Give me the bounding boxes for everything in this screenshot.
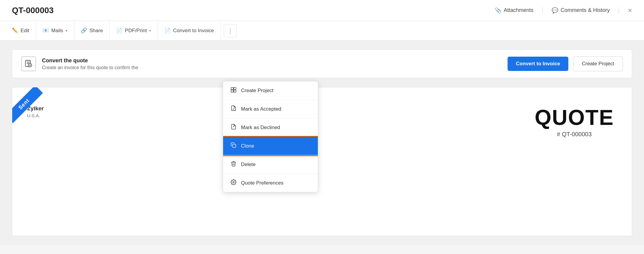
mails-label: Mails [51, 28, 63, 34]
toolbar: ✏️ Edit 📧 Mails ▾ 🔗 Share 📄 PDF/Print ▾ … [0, 21, 644, 41]
banner-convert-invoice-button[interactable]: Convert to Invoice [508, 57, 568, 71]
pdf-caret-icon: ▾ [149, 29, 151, 33]
top-header: QT-000003 📎 Attachments 💬 Comments & His… [0, 0, 644, 21]
quote-heading: QUOTE [535, 105, 614, 130]
banner-text: Convert the quote Create an invoice for … [42, 58, 138, 70]
company-country: U.S.A. [27, 113, 617, 118]
banner-create-project-button[interactable]: Create Project [573, 56, 623, 71]
share-label: Share [89, 28, 103, 34]
company-name: Zylker [27, 105, 617, 112]
dropdown-item-mark-accepted[interactable]: Mark as Accepted [223, 100, 318, 118]
quote-title-area: QUOTE # QT-000003 [535, 105, 614, 138]
quote-number: # QT-000003 [535, 131, 614, 138]
convert-invoice-label: Convert to Invoice [173, 28, 214, 34]
convert-icon: 📄 [164, 27, 171, 34]
mark-declined-icon [230, 124, 237, 131]
more-dots-icon: ⋮ [227, 27, 233, 34]
mails-icon: 📧 [43, 27, 49, 34]
share-icon: 🔗 [81, 27, 87, 34]
delete-label: Delete [241, 162, 256, 168]
convert-banner: Convert the quote Create an invoice for … [12, 49, 632, 78]
clone-icon [230, 142, 237, 150]
banner-left: Convert the quote Create an invoice for … [21, 56, 138, 71]
pdf-print-label: PDF/Print [125, 28, 147, 34]
banner-subtitle: Create an invoice for this quote to conf… [42, 65, 138, 70]
header-actions: 📎 Attachments 💬 Comments & History × [495, 7, 632, 14]
page-title: QT-000003 [12, 6, 54, 15]
edit-button[interactable]: ✏️ Edit [9, 21, 36, 40]
quote-preferences-icon [230, 179, 237, 187]
svg-point-7 [233, 182, 234, 183]
delete-icon [230, 161, 237, 168]
quote-preferences-label: Quote Preferences [241, 180, 284, 186]
svg-rect-3 [234, 88, 236, 90]
mark-accepted-label: Mark as Accepted [241, 106, 281, 112]
svg-rect-5 [234, 90, 236, 92]
main-content: Convert the quote Create an invoice for … [0, 41, 644, 245]
close-icon: × [628, 6, 632, 14]
quote-preview: Sent Zylker U.S.A. QUOTE # QT-000003 [12, 87, 632, 236]
clone-label: Clone [241, 143, 254, 149]
attachments-button[interactable]: 📎 Attachments [495, 7, 533, 14]
convert-invoice-button[interactable]: 📄 Convert to Invoice [158, 21, 221, 40]
comments-icon: 💬 [552, 7, 558, 14]
pdf-icon: 📄 [116, 27, 122, 34]
banner-doc-icon [21, 56, 36, 71]
mails-button[interactable]: 📧 Mails ▾ [36, 21, 74, 40]
dropdown-item-clone[interactable]: Clone [223, 137, 318, 155]
more-options-button[interactable]: ⋮ [224, 24, 237, 37]
dropdown-item-create-project[interactable]: Create Project [223, 81, 318, 100]
ribbon-container: Sent [12, 87, 54, 129]
create-project-label: Create Project [241, 88, 273, 94]
mark-accepted-icon [230, 105, 237, 113]
pdf-print-button[interactable]: 📄 PDF/Print ▾ [110, 21, 158, 40]
dropdown-item-mark-declined[interactable]: Mark as Declined [223, 118, 318, 137]
dropdown-menu: Create Project Mark as Accepted Mark a [223, 81, 318, 192]
comments-history-button[interactable]: 💬 Comments & History [552, 7, 610, 14]
banner-title: Convert the quote [42, 58, 138, 64]
edit-label: Edit [21, 28, 29, 34]
svg-rect-6 [233, 144, 236, 148]
attachment-icon: 📎 [495, 7, 501, 14]
sent-ribbon: Sent [12, 87, 43, 123]
svg-rect-4 [231, 90, 234, 92]
dropdown-item-delete[interactable]: Delete [223, 155, 318, 174]
comments-label: Comments & History [561, 7, 610, 13]
attachments-label: Attachments [504, 7, 533, 13]
create-project-icon [230, 87, 237, 94]
header-divider-2 [619, 7, 619, 14]
banner-actions: Convert to Invoice Create Project [508, 56, 623, 71]
mails-caret-icon: ▾ [66, 29, 67, 33]
close-button[interactable]: × [628, 7, 632, 14]
svg-rect-2 [231, 88, 234, 90]
edit-icon: ✏️ [12, 27, 18, 34]
dropdown-item-quote-preferences[interactable]: Quote Preferences [223, 174, 318, 192]
mark-declined-label: Mark as Declined [241, 125, 280, 131]
share-button[interactable]: 🔗 Share [74, 21, 110, 40]
header-divider [542, 7, 543, 14]
